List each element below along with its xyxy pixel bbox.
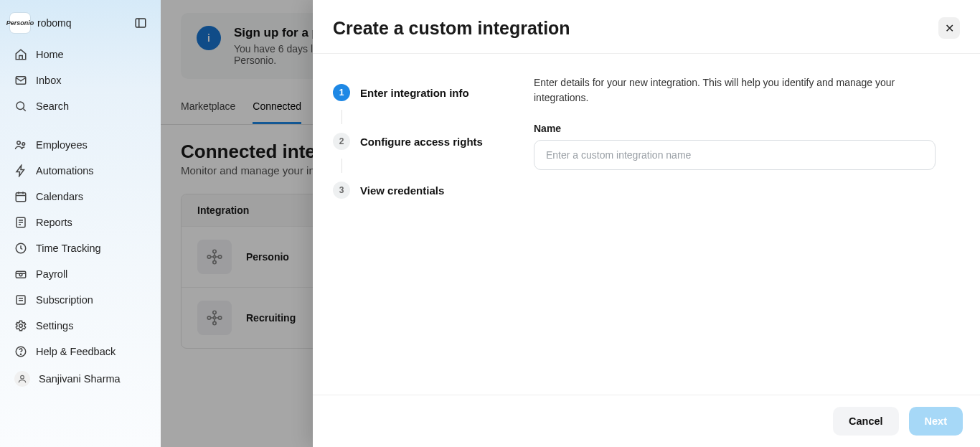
step-number: 3 xyxy=(333,182,350,199)
svg-point-24 xyxy=(20,354,21,354)
sidebar-item-label: Home xyxy=(36,49,64,60)
svg-rect-0 xyxy=(136,19,146,27)
gear-icon xyxy=(14,319,27,332)
svg-point-5 xyxy=(17,141,21,145)
subscription-icon xyxy=(14,293,27,306)
inbox-icon xyxy=(14,74,27,87)
sidebar-item-inbox[interactable]: Inbox xyxy=(6,67,155,93)
help-icon xyxy=(14,345,27,358)
integration-name-input[interactable] xyxy=(534,140,936,170)
svg-point-3 xyxy=(17,102,24,110)
step-number: 2 xyxy=(333,133,350,150)
collapse-sidebar-button[interactable] xyxy=(131,13,151,33)
step-1[interactable]: 1 Enter integration info xyxy=(333,75,499,110)
home-icon xyxy=(14,48,27,61)
payroll-icon xyxy=(14,268,27,281)
cancel-button[interactable]: Cancel xyxy=(833,407,899,436)
sidebar-item-label: Help & Feedback xyxy=(36,346,116,357)
step-3[interactable]: 3 View credentials xyxy=(333,173,499,207)
sidebar-item-label: Employees xyxy=(36,139,88,151)
tenant-name: robomq xyxy=(37,17,71,29)
step-label: View credentials xyxy=(360,184,444,197)
sidebar-item-employees[interactable]: Employees xyxy=(6,132,155,158)
step-label: Enter integration info xyxy=(360,87,469,99)
svg-line-4 xyxy=(23,108,25,110)
sidebar-item-label: Settings xyxy=(36,320,73,331)
sidebar-item-label: Calendars xyxy=(36,191,83,202)
sidebar-item-time-tracking[interactable]: Time Tracking xyxy=(6,235,155,261)
svg-point-22 xyxy=(19,324,23,328)
avatar xyxy=(14,371,30,387)
step-2[interactable]: 2 Configure access rights xyxy=(333,124,499,159)
sidebar-item-search[interactable]: Search xyxy=(6,93,155,119)
bolt-icon xyxy=(14,164,27,177)
sidebar-item-label: Payroll xyxy=(36,268,67,280)
sidebar-header: Personio robomq xyxy=(0,7,161,42)
sidebar-item-reports[interactable]: Reports xyxy=(6,210,155,235)
nav-primary: Home Inbox Search xyxy=(0,42,161,119)
reports-icon xyxy=(14,216,27,229)
clock-icon xyxy=(14,242,27,255)
next-button[interactable]: Next xyxy=(909,407,963,436)
sidebar-item-label: Reports xyxy=(36,217,72,228)
sidebar-item-label: Automations xyxy=(36,165,94,177)
create-integration-modal: Create a custom integration ✕ 1 Enter in… xyxy=(313,0,980,447)
svg-rect-7 xyxy=(16,193,26,202)
modal-body: 1 Enter integration info 2 Configure acc… xyxy=(313,54,980,395)
calendar-icon xyxy=(14,190,27,203)
sidebar-item-automations[interactable]: Automations xyxy=(6,158,155,184)
form-area: Enter details for your new integration. … xyxy=(534,75,960,395)
sidebar: Personio robomq Home Inbox xyxy=(0,0,161,447)
people-icon xyxy=(14,138,27,151)
sidebar-item-subscription[interactable]: Subscription xyxy=(6,287,155,313)
modal-footer: Cancel Next xyxy=(313,395,980,447)
form-intro: Enter details for your new integration. … xyxy=(534,75,907,105)
svg-point-6 xyxy=(22,143,25,146)
step-connector xyxy=(341,159,342,173)
svg-point-25 xyxy=(21,375,24,379)
sidebar-user[interactable]: Sanjivani Sharma xyxy=(6,364,155,393)
sidebar-item-help[interactable]: Help & Feedback xyxy=(6,339,155,364)
sidebar-item-settings[interactable]: Settings xyxy=(6,313,155,339)
modal-header: Create a custom integration ✕ xyxy=(313,0,980,54)
nav-secondary: Employees Automations Calendars Reports xyxy=(0,132,161,393)
modal-title: Create a custom integration xyxy=(333,18,570,39)
name-label: Name xyxy=(534,123,960,134)
step-connector xyxy=(341,110,342,124)
sidebar-item-payroll[interactable]: Payroll xyxy=(6,261,155,287)
wizard-steps: 1 Enter integration info 2 Configure acc… xyxy=(333,75,499,395)
close-icon: ✕ xyxy=(945,22,954,35)
close-button[interactable]: ✕ xyxy=(938,17,960,39)
sidebar-item-label: Time Tracking xyxy=(36,243,101,254)
app-logo: Personio xyxy=(10,13,30,33)
search-icon xyxy=(14,100,27,113)
sidebar-item-calendars[interactable]: Calendars xyxy=(6,184,155,210)
sidebar-item-home[interactable]: Home xyxy=(6,42,155,67)
user-name: Sanjivani Sharma xyxy=(39,373,121,385)
step-label: Configure access rights xyxy=(360,136,483,148)
sidebar-item-label: Search xyxy=(36,100,69,112)
sidebar-item-label: Inbox xyxy=(36,75,61,86)
step-number: 1 xyxy=(333,84,350,101)
svg-rect-16 xyxy=(16,271,26,278)
sidebar-item-label: Subscription xyxy=(36,294,93,306)
